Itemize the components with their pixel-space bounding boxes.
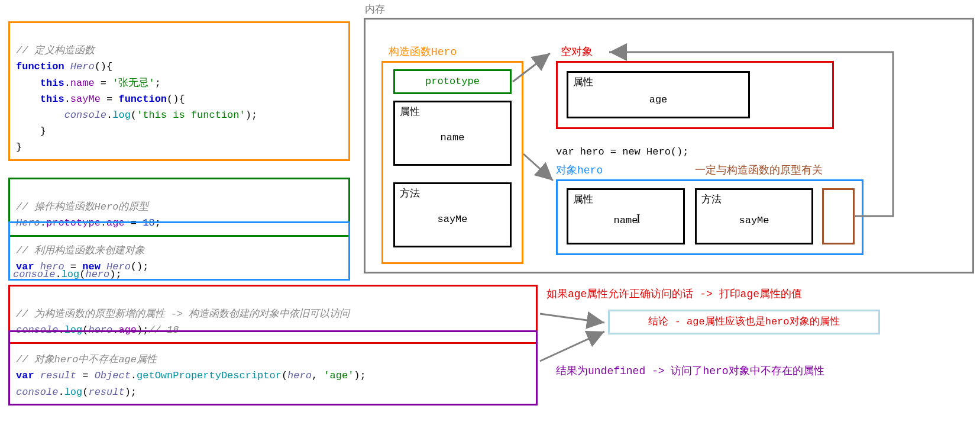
purple-annotation: 结果为undefined -> 访问了hero对象中不存在的属性 (556, 363, 824, 378)
attr-age-box: 属性 age (567, 71, 750, 118)
name-text: name (568, 215, 683, 226)
attr-label: 属性 (400, 105, 420, 118)
method-label: 方法 (400, 186, 420, 200)
attr-label: 属性 (573, 192, 593, 206)
comment: // 操作构造函数Hero的原型 (16, 201, 148, 213)
comment: // 为构造函数的原型新增的属性 -> 构造函数创建的对象中依旧可以访问 (16, 308, 350, 320)
proto-link-box (822, 188, 855, 244)
method-label: 方法 (701, 192, 722, 206)
code-block-constructor: // 定义构造函数 function Hero(){ this.name = '… (8, 21, 350, 161)
sayme-text: sayMe (697, 215, 811, 226)
proto-relation-label: 一定与构造函数的原型有关 (695, 163, 823, 177)
text-cursor-icon: I (636, 212, 641, 226)
comment: // 定义构造函数 (16, 45, 95, 56)
code-block-descriptor: // 对象hero中不存在age属性 var result = Object.g… (8, 330, 538, 406)
hero-method-sayme-box: 方法 sayMe (695, 188, 813, 244)
new-hero-code-text: var hero = new Hero(); (556, 146, 688, 157)
hero-attr-name-box: 属性 name (567, 188, 685, 244)
method-sayme-box: 方法 sayMe (393, 182, 512, 247)
comment: // 利用构造函数来创建对象 (16, 245, 145, 256)
attr-name-box: 属性 name (393, 101, 512, 166)
constructor-hero-label: 构造函数Hero (389, 44, 457, 59)
sayme-text: sayMe (395, 214, 510, 225)
red-annotation: 如果age属性允许正确访问的话 -> 打印age属性的值 (546, 287, 802, 301)
comment: // 对象hero中不存在age属性 (16, 354, 157, 365)
attr-label: 属性 (573, 75, 593, 89)
prototype-box: prototype (393, 69, 512, 94)
empty-object-label: 空对象 (561, 44, 593, 59)
memory-label: 内存 (365, 2, 385, 16)
age-text: age (568, 94, 748, 105)
code-line-log-hero: console.log(hero); (13, 266, 122, 282)
obj-hero-label: 对象hero (556, 163, 603, 177)
conclusion-box: 结论 - age属性应该也是hero对象的属性 (608, 310, 880, 334)
name-text: name (395, 132, 510, 143)
